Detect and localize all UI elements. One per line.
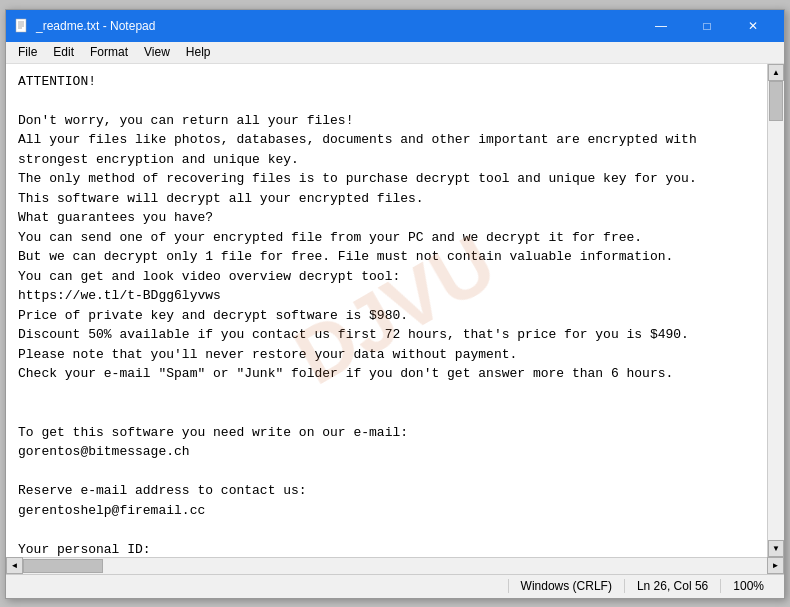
horizontal-scrollbar[interactable]: ◄ ► xyxy=(6,557,784,574)
menu-file[interactable]: File xyxy=(10,43,45,61)
status-bar: Windows (CRLF) Ln 26, Col 56 100% xyxy=(6,574,784,598)
menu-format[interactable]: Format xyxy=(82,43,136,61)
text-editor[interactable]: ATTENTION! Don't worry, you can return a… xyxy=(6,64,767,557)
scroll-right-button[interactable]: ► xyxy=(767,557,784,574)
scroll-thumb-h[interactable] xyxy=(23,559,103,573)
notepad-window: _readme.txt - Notepad — □ ✕ File Edit Fo… xyxy=(5,9,785,599)
menu-edit[interactable]: Edit xyxy=(45,43,82,61)
status-encoding: Windows (CRLF) xyxy=(508,579,624,593)
window-controls: — □ ✕ xyxy=(638,10,776,42)
content-area: ATTENTION! Don't worry, you can return a… xyxy=(6,64,784,557)
minimize-button[interactable]: — xyxy=(638,10,684,42)
close-button[interactable]: ✕ xyxy=(730,10,776,42)
menu-help[interactable]: Help xyxy=(178,43,219,61)
title-bar: _readme.txt - Notepad — □ ✕ xyxy=(6,10,784,42)
scroll-track-v[interactable] xyxy=(768,81,784,540)
status-sections: Windows (CRLF) Ln 26, Col 56 100% xyxy=(508,579,776,593)
vertical-scrollbar[interactable]: ▲ ▼ xyxy=(767,64,784,557)
window-title: _readme.txt - Notepad xyxy=(36,19,638,33)
menu-bar: File Edit Format View Help xyxy=(6,42,784,64)
menu-view[interactable]: View xyxy=(136,43,178,61)
scroll-thumb-v[interactable] xyxy=(769,81,783,121)
status-zoom: 100% xyxy=(720,579,776,593)
scroll-down-button[interactable]: ▼ xyxy=(768,540,784,557)
scroll-track-h[interactable] xyxy=(23,558,767,574)
app-icon xyxy=(14,18,30,34)
status-position: Ln 26, Col 56 xyxy=(624,579,720,593)
maximize-button[interactable]: □ xyxy=(684,10,730,42)
scroll-up-button[interactable]: ▲ xyxy=(768,64,784,81)
scroll-left-button[interactable]: ◄ xyxy=(6,557,23,574)
